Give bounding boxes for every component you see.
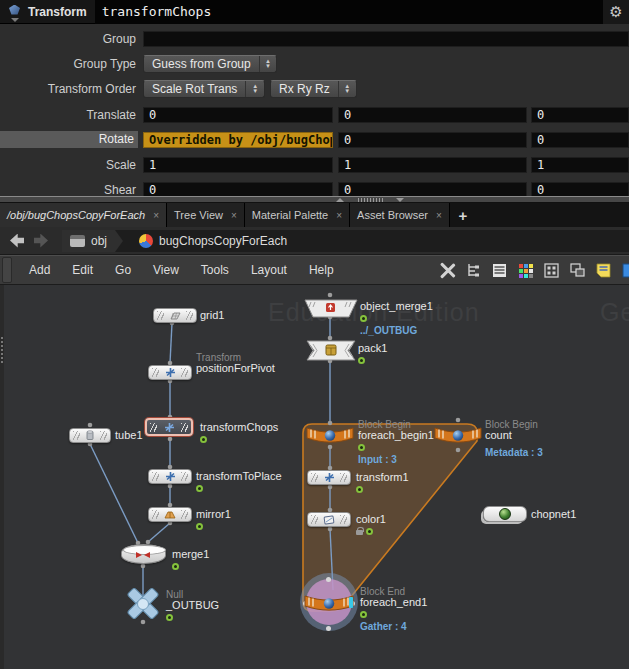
template-flag-badge[interactable] xyxy=(172,563,179,570)
windows-icon[interactable] xyxy=(569,262,586,279)
menu-layout[interactable]: Layout xyxy=(240,263,298,277)
wire[interactable] xyxy=(148,523,170,542)
node-positionForPivot[interactable] xyxy=(148,365,192,380)
wire[interactable] xyxy=(170,323,172,363)
gear-icon[interactable]: ⚙ xyxy=(603,0,629,24)
transform-node-icon[interactable] xyxy=(6,4,24,20)
menu-help[interactable]: Help xyxy=(298,263,345,277)
close-icon[interactable]: × xyxy=(336,210,342,221)
template-flag-badge[interactable] xyxy=(358,357,365,364)
template-flag-badge[interactable] xyxy=(196,523,203,530)
network-menu-bar: Add Edit Go View Tools Layout Help xyxy=(0,255,629,285)
grid-layout-icon[interactable] xyxy=(543,262,560,279)
spinner-icon[interactable]: ▲▼ xyxy=(259,56,276,72)
network-editor[interactable]: Education Edition Ge xyxy=(0,285,629,669)
tab-material-palette[interactable]: Material Palette × xyxy=(245,203,350,227)
expand-up-icon[interactable] xyxy=(336,198,344,202)
display-flag-bar[interactable] xyxy=(349,597,353,608)
template-flag-badge[interactable] xyxy=(196,485,203,492)
clipped-panel-icon[interactable] xyxy=(621,262,629,279)
menu-tools[interactable]: Tools xyxy=(190,263,240,277)
menu-edit[interactable]: Edit xyxy=(61,263,104,277)
node-label: positionForPivot xyxy=(196,363,275,374)
pane-divider[interactable] xyxy=(0,196,629,203)
toolbar-grip[interactable] xyxy=(2,257,12,283)
spinner-icon[interactable]: ▲▼ xyxy=(245,81,264,97)
list-icon[interactable] xyxy=(491,262,508,279)
breadcrumb-obj[interactable]: obj xyxy=(62,230,115,252)
transform-order-dropdown[interactable]: Scale Rot Trans ▲▼ xyxy=(143,80,265,98)
group-type-dropdown[interactable]: Guess from Group ▲▼ xyxy=(143,55,277,73)
transform-order-label: Transform Order xyxy=(0,81,136,98)
tab-tree-view[interactable]: Tree View × xyxy=(167,203,245,227)
chopnet-icon xyxy=(499,508,511,520)
node-object_merge1[interactable] xyxy=(304,299,358,318)
parameter-pane: Group Group Type Guess from Group ▲▼ Tra… xyxy=(0,24,629,196)
scale-y-field[interactable]: 1 xyxy=(338,157,527,173)
node-tube1[interactable] xyxy=(69,428,111,443)
close-icon[interactable]: × xyxy=(231,210,237,221)
transform-sop-icon xyxy=(164,471,177,482)
translate-x-field[interactable]: 0 xyxy=(143,107,333,123)
node-color1[interactable] xyxy=(307,512,351,527)
node-grid1[interactable] xyxy=(153,308,197,323)
group-label: Group xyxy=(0,31,136,48)
node-foreach_begin1[interactable] xyxy=(306,425,354,446)
menu-view[interactable]: View xyxy=(142,263,190,277)
expand-down-icon[interactable] xyxy=(396,198,404,202)
template-flag-badge[interactable] xyxy=(358,444,365,451)
back-arrow-icon[interactable] xyxy=(10,234,24,248)
node-transformChops-selected[interactable] xyxy=(145,418,193,436)
menu-go[interactable]: Go xyxy=(104,263,142,277)
template-flag-badge[interactable] xyxy=(360,611,367,618)
tab-network-path[interactable]: /obj/bugChopsCopyForEach × xyxy=(0,203,167,227)
tools-icon[interactable] xyxy=(439,262,456,279)
node-count[interactable] xyxy=(434,425,482,446)
node-pack1[interactable] xyxy=(306,340,356,361)
tree-view-icon[interactable] xyxy=(465,262,482,279)
spinner-icon[interactable]: ▲▼ xyxy=(338,81,356,97)
node-transformToPlace[interactable] xyxy=(148,469,192,484)
breadcrumb-current[interactable]: bugChopsCopyForEach xyxy=(131,230,295,252)
node-label: color1 xyxy=(356,514,386,525)
rotate-x-field-overridden[interactable]: Overridden by /obj/bugChops xyxy=(143,132,333,148)
tab-asset-browser[interactable]: Asset Browser × xyxy=(350,203,450,227)
template-flag-badge[interactable] xyxy=(200,436,207,443)
scale-z-field[interactable]: 1 xyxy=(531,157,629,173)
template-flag-badge[interactable] xyxy=(166,614,173,621)
node-foreach_end1[interactable] xyxy=(304,592,354,614)
node-label: chopnet1 xyxy=(531,509,576,520)
node-label: transformChops xyxy=(200,422,278,433)
menu-add[interactable]: Add xyxy=(18,263,61,277)
close-icon[interactable]: × xyxy=(153,210,159,221)
rotate-y-field[interactable]: 0 xyxy=(338,132,527,148)
add-tab-button[interactable]: + xyxy=(450,203,476,227)
close-icon[interactable]: × xyxy=(436,210,442,221)
transform-sop-icon xyxy=(163,422,176,433)
template-flag-badge[interactable] xyxy=(356,486,363,493)
node-label: grid1 xyxy=(200,310,224,321)
translate-y-field[interactable]: 0 xyxy=(338,107,527,123)
node-type-label: Transform xyxy=(28,5,87,19)
tube-sop-icon xyxy=(85,430,95,441)
template-flag-badge[interactable] xyxy=(366,528,373,535)
template-flag-badge[interactable] xyxy=(360,315,367,322)
rotate-z-field[interactable]: 0 xyxy=(531,132,629,148)
node-name-input[interactable]: transformChops xyxy=(95,0,603,24)
node-OUTBUG-null[interactable] xyxy=(123,588,163,620)
scale-x-field[interactable]: 1 xyxy=(143,157,333,173)
sticky-note-icon[interactable] xyxy=(595,262,612,279)
color-palette-icon[interactable] xyxy=(517,262,534,279)
node-label: pack1 xyxy=(358,343,387,354)
wire[interactable] xyxy=(90,444,138,543)
forward-arrow-icon[interactable] xyxy=(34,234,48,248)
divider-grip[interactable] xyxy=(358,198,384,202)
translate-z-field[interactable]: 0 xyxy=(531,107,629,123)
node-transform1[interactable] xyxy=(307,470,351,485)
houdini-window: Transform transformChops ⚙ Group Group T… xyxy=(0,0,629,669)
rotate-order-dropdown[interactable]: Rx Ry Rz ▲▼ xyxy=(270,80,357,98)
node-mirror1[interactable] xyxy=(148,507,192,522)
group-field[interactable] xyxy=(143,31,629,47)
network-toolbar xyxy=(439,262,629,279)
node-chopnet1[interactable] xyxy=(483,506,527,522)
